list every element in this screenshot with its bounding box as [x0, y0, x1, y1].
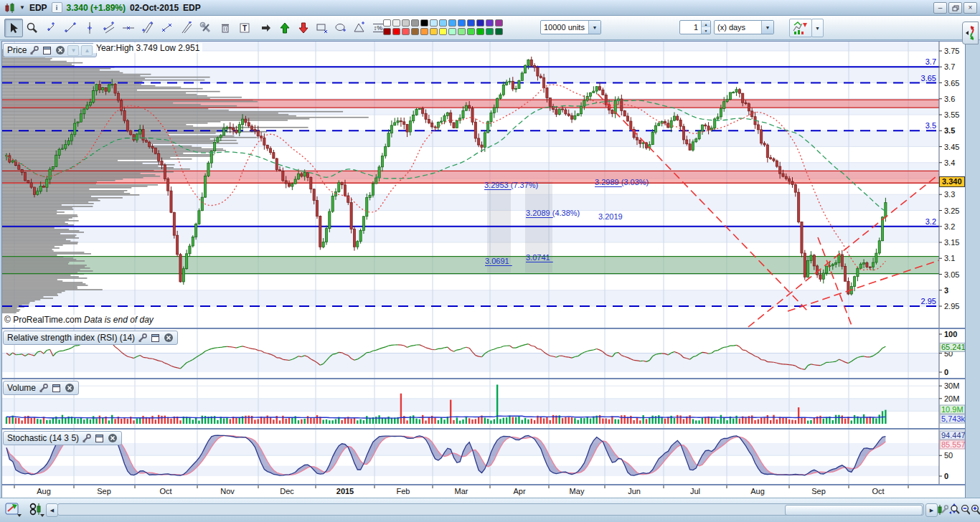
volume-bar[interactable]	[518, 417, 519, 424]
candle-body[interactable]	[425, 113, 427, 119]
volume-bar[interactable]	[335, 419, 336, 424]
volume-bar[interactable]	[623, 415, 625, 424]
candle-body[interactable]	[785, 176, 787, 179]
volume-bar[interactable]	[74, 417, 75, 424]
candle-body[interactable]	[266, 145, 268, 148]
candle-body[interactable]	[294, 179, 296, 184]
volume-bar[interactable]	[674, 418, 675, 424]
candle-body[interactable]	[499, 95, 501, 98]
volume-bar[interactable]	[754, 420, 755, 424]
candle-body[interactable]	[446, 113, 448, 115]
volume-bar[interactable]	[136, 419, 138, 424]
volume-bar[interactable]	[230, 419, 231, 424]
candle-body[interactable]	[21, 169, 23, 172]
volume-bar[interactable]	[618, 419, 619, 424]
candle-body[interactable]	[37, 191, 39, 195]
volume-bar[interactable]	[382, 418, 383, 424]
volume-bar[interactable]	[301, 419, 302, 424]
volume-bar[interactable]	[636, 417, 638, 424]
volume-bar[interactable]	[826, 417, 827, 424]
candle-body[interactable]	[241, 119, 243, 125]
volume-bar[interactable]	[142, 416, 143, 424]
candle-body[interactable]	[682, 126, 684, 140]
volume-bar[interactable]	[286, 419, 287, 424]
candle-body[interactable]	[782, 174, 784, 176]
volume-bar[interactable]	[341, 420, 342, 424]
candle-body[interactable]	[145, 141, 147, 142]
volume-bar[interactable]	[316, 415, 318, 424]
candle-body[interactable]	[645, 143, 647, 148]
color-swatch[interactable]	[476, 28, 484, 35]
volume-bar[interactable]	[18, 418, 19, 424]
volume-bar[interactable]	[879, 414, 880, 424]
candle-body[interactable]	[794, 184, 796, 192]
candle-body[interactable]	[490, 113, 492, 122]
volume-bar[interactable]	[466, 417, 467, 424]
volume-bar[interactable]	[192, 419, 194, 424]
candle-body[interactable]	[378, 167, 380, 178]
color-swatch[interactable]	[430, 28, 438, 35]
candle-body[interactable]	[751, 111, 753, 117]
candle-body[interactable]	[70, 135, 72, 141]
candle-body[interactable]	[357, 242, 359, 247]
color-swatch[interactable]	[486, 19, 494, 27]
detach-window-icon[interactable]	[94, 433, 105, 444]
volume-bar[interactable]	[767, 415, 768, 424]
color-swatch[interactable]	[420, 19, 428, 27]
candle-body[interactable]	[875, 253, 877, 262]
candle-body[interactable]	[670, 120, 672, 128]
candle-body[interactable]	[192, 237, 194, 246]
candle-body[interactable]	[39, 186, 42, 191]
candle-body[interactable]	[250, 126, 253, 130]
volume-bar[interactable]	[456, 417, 458, 424]
volume-bar[interactable]	[835, 415, 837, 424]
color-swatch[interactable]	[392, 19, 400, 27]
move-pane-down-icon[interactable]: ▼	[67, 45, 79, 56]
volume-bar[interactable]	[788, 419, 790, 424]
volume-bar[interactable]	[462, 419, 463, 424]
volume-bar[interactable]	[823, 419, 824, 424]
volume-bar[interactable]	[658, 415, 659, 424]
candle-body[interactable]	[654, 125, 656, 132]
fan-lines-tool-button[interactable]	[177, 19, 196, 37]
candle-body[interactable]	[593, 91, 595, 92]
sidebar-collapse-handle[interactable]	[962, 22, 979, 44]
candle-body[interactable]	[136, 134, 138, 140]
candle-body[interactable]	[838, 255, 840, 262]
candle-body[interactable]	[428, 119, 430, 123]
candle-body[interactable]	[565, 110, 567, 114]
wrench-icon[interactable]	[38, 383, 49, 394]
candle-body[interactable]	[362, 217, 364, 231]
candle-body[interactable]	[826, 266, 828, 273]
candle-body[interactable]	[164, 165, 166, 179]
candle-body[interactable]	[602, 90, 604, 95]
volume-bar[interactable]	[717, 419, 718, 424]
candle-body[interactable]	[288, 184, 290, 186]
candle-body[interactable]	[695, 139, 697, 142]
volume-bar[interactable]	[350, 419, 352, 424]
volume-bar[interactable]	[99, 416, 100, 424]
volume-bar[interactable]	[108, 420, 110, 424]
link-instrument-button[interactable]	[27, 501, 46, 518]
detach-window-icon[interactable]	[150, 333, 161, 343]
candle-body[interactable]	[434, 127, 436, 128]
color-swatch[interactable]	[439, 28, 447, 35]
volume-bar[interactable]	[798, 407, 799, 424]
close-pane-icon[interactable]	[64, 383, 75, 394]
candle-body[interactable]	[788, 179, 791, 181]
zoom-tool-button[interactable]	[23, 19, 42, 37]
volume-bar[interactable]	[702, 417, 703, 424]
candle-body[interactable]	[269, 148, 271, 153]
volume-bar[interactable]	[425, 420, 426, 424]
volume-bar[interactable]	[37, 419, 38, 424]
volume-bar[interactable]	[534, 420, 535, 424]
volume-bar[interactable]	[605, 418, 606, 424]
arrow-up-tool-button[interactable]	[275, 19, 294, 37]
candle-body[interactable]	[126, 120, 128, 130]
color-swatch[interactable]	[467, 19, 475, 27]
candle-body[interactable]	[186, 254, 188, 269]
candle-body[interactable]	[385, 146, 387, 156]
candle-body[interactable]	[381, 156, 383, 167]
volume-bar[interactable]	[863, 414, 864, 424]
volume-bar[interactable]	[506, 417, 507, 424]
